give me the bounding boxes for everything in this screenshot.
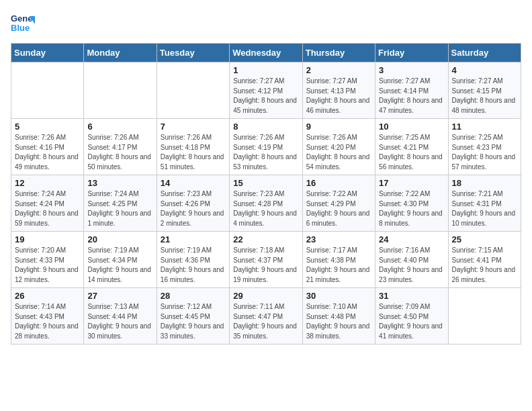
day-info: Sunrise: 7:25 AMSunset: 4:21 PMDaylight:… (379, 133, 444, 172)
calendar-cell (11, 62, 84, 119)
calendar-cell: 16Sunrise: 7:22 AMSunset: 4:29 PMDayligh… (302, 175, 375, 232)
calendar-cell (157, 62, 229, 119)
day-info: Sunrise: 7:26 AMSunset: 4:17 PMDaylight:… (87, 133, 152, 172)
day-number: 17 (379, 178, 444, 188)
calendar-cell: 21Sunrise: 7:19 AMSunset: 4:36 PMDayligh… (157, 232, 229, 288)
calendar-cell: 12Sunrise: 7:24 AMSunset: 4:24 PMDayligh… (11, 175, 84, 232)
day-info: Sunrise: 7:24 AMSunset: 4:24 PMDaylight:… (15, 189, 80, 228)
calendar-cell: 31Sunrise: 7:09 AMSunset: 4:50 PMDayligh… (375, 288, 448, 345)
day-number: 12 (15, 178, 80, 188)
day-number: 10 (379, 122, 444, 132)
day-info: Sunrise: 7:26 AMSunset: 4:19 PMDaylight:… (233, 133, 298, 172)
calendar-week-row: 1Sunrise: 7:27 AMSunset: 4:12 PMDaylight… (11, 62, 521, 119)
calendar-cell: 19Sunrise: 7:20 AMSunset: 4:33 PMDayligh… (11, 232, 84, 288)
day-number: 18 (452, 178, 517, 188)
calendar-cell: 14Sunrise: 7:23 AMSunset: 4:26 PMDayligh… (157, 175, 229, 232)
weekday-header: Saturday (448, 44, 521, 62)
weekday-header: Sunday (11, 44, 84, 62)
logo: General Blue (11, 11, 35, 35)
calendar-table: SundayMondayTuesdayWednesdayThursdayFrid… (11, 43, 521, 345)
day-number: 3 (379, 65, 444, 75)
day-number: 7 (161, 122, 226, 132)
calendar-cell: 6Sunrise: 7:26 AMSunset: 4:17 PMDaylight… (84, 119, 157, 175)
calendar-cell (84, 62, 157, 119)
day-info: Sunrise: 7:24 AMSunset: 4:25 PMDaylight:… (87, 189, 152, 228)
day-info: Sunrise: 7:23 AMSunset: 4:26 PMDaylight:… (161, 189, 226, 228)
day-number: 29 (233, 291, 298, 301)
day-number: 6 (87, 122, 152, 132)
day-info: Sunrise: 7:16 AMSunset: 4:40 PMDaylight:… (379, 246, 444, 285)
day-info: Sunrise: 7:19 AMSunset: 4:36 PMDaylight:… (161, 246, 226, 285)
day-number: 15 (233, 178, 298, 188)
weekday-header: Monday (84, 44, 157, 62)
day-info: Sunrise: 7:26 AMSunset: 4:16 PMDaylight:… (15, 133, 80, 172)
calendar-cell: 7Sunrise: 7:26 AMSunset: 4:18 PMDaylight… (157, 119, 229, 175)
day-info: Sunrise: 7:19 AMSunset: 4:34 PMDaylight:… (87, 246, 152, 285)
calendar-cell: 27Sunrise: 7:13 AMSunset: 4:44 PMDayligh… (84, 288, 157, 345)
day-number: 24 (379, 234, 444, 244)
day-info: Sunrise: 7:14 AMSunset: 4:43 PMDaylight:… (15, 302, 80, 341)
day-info: Sunrise: 7:10 AMSunset: 4:48 PMDaylight:… (306, 302, 371, 341)
day-number: 26 (15, 291, 80, 301)
day-info: Sunrise: 7:11 AMSunset: 4:47 PMDaylight:… (233, 302, 298, 341)
day-number: 5 (15, 122, 80, 132)
day-info: Sunrise: 7:27 AMSunset: 4:15 PMDaylight:… (452, 77, 517, 116)
day-info: Sunrise: 7:09 AMSunset: 4:50 PMDaylight:… (379, 302, 444, 341)
calendar-week-row: 26Sunrise: 7:14 AMSunset: 4:43 PMDayligh… (11, 288, 521, 345)
day-number: 23 (306, 234, 371, 244)
page-header: General Blue (11, 11, 521, 35)
calendar-cell: 13Sunrise: 7:24 AMSunset: 4:25 PMDayligh… (84, 175, 157, 232)
logo-icon: General Blue (11, 11, 35, 35)
calendar-cell (448, 288, 521, 345)
svg-text:Blue: Blue (11, 23, 30, 33)
calendar-cell: 15Sunrise: 7:23 AMSunset: 4:28 PMDayligh… (230, 175, 302, 232)
calendar-cell: 8Sunrise: 7:26 AMSunset: 4:19 PMDaylight… (230, 119, 302, 175)
day-number: 30 (306, 291, 371, 301)
calendar-cell: 4Sunrise: 7:27 AMSunset: 4:15 PMDaylight… (448, 62, 521, 119)
calendar-cell: 9Sunrise: 7:26 AMSunset: 4:20 PMDaylight… (302, 119, 375, 175)
day-number: 1 (233, 65, 298, 75)
weekday-header: Thursday (302, 44, 375, 62)
calendar-week-row: 5Sunrise: 7:26 AMSunset: 4:16 PMDaylight… (11, 119, 521, 175)
day-info: Sunrise: 7:22 AMSunset: 4:29 PMDaylight:… (306, 189, 371, 228)
weekday-header: Friday (375, 44, 448, 62)
day-number: 21 (161, 234, 226, 244)
day-info: Sunrise: 7:25 AMSunset: 4:23 PMDaylight:… (452, 133, 517, 172)
calendar-cell: 2Sunrise: 7:27 AMSunset: 4:13 PMDaylight… (302, 62, 375, 119)
day-info: Sunrise: 7:15 AMSunset: 4:41 PMDaylight:… (452, 246, 517, 285)
day-number: 28 (161, 291, 226, 301)
day-info: Sunrise: 7:18 AMSunset: 4:37 PMDaylight:… (233, 246, 298, 285)
day-number: 27 (87, 291, 152, 301)
day-number: 8 (233, 122, 298, 132)
calendar-cell: 17Sunrise: 7:22 AMSunset: 4:30 PMDayligh… (375, 175, 448, 232)
day-number: 22 (233, 234, 298, 244)
day-info: Sunrise: 7:27 AMSunset: 4:13 PMDaylight:… (306, 77, 371, 116)
calendar-cell: 28Sunrise: 7:12 AMSunset: 4:45 PMDayligh… (157, 288, 229, 345)
weekday-header: Tuesday (157, 44, 229, 62)
calendar-cell: 29Sunrise: 7:11 AMSunset: 4:47 PMDayligh… (230, 288, 302, 345)
calendar-cell: 18Sunrise: 7:21 AMSunset: 4:31 PMDayligh… (448, 175, 521, 232)
day-number: 31 (379, 291, 444, 301)
calendar-week-row: 12Sunrise: 7:24 AMSunset: 4:24 PMDayligh… (11, 175, 521, 232)
day-info: Sunrise: 7:13 AMSunset: 4:44 PMDaylight:… (87, 302, 152, 341)
day-number: 20 (87, 234, 152, 244)
calendar-cell: 5Sunrise: 7:26 AMSunset: 4:16 PMDaylight… (11, 119, 84, 175)
day-number: 11 (452, 122, 517, 132)
day-number: 14 (161, 178, 226, 188)
day-info: Sunrise: 7:20 AMSunset: 4:33 PMDaylight:… (15, 246, 80, 285)
day-number: 9 (306, 122, 371, 132)
day-info: Sunrise: 7:26 AMSunset: 4:18 PMDaylight:… (161, 133, 226, 172)
calendar-cell: 11Sunrise: 7:25 AMSunset: 4:23 PMDayligh… (448, 119, 521, 175)
day-info: Sunrise: 7:23 AMSunset: 4:28 PMDaylight:… (233, 189, 298, 228)
day-info: Sunrise: 7:22 AMSunset: 4:30 PMDaylight:… (379, 189, 444, 228)
weekday-header: Wednesday (230, 44, 302, 62)
day-number: 2 (306, 65, 371, 75)
calendar-cell: 20Sunrise: 7:19 AMSunset: 4:34 PMDayligh… (84, 232, 157, 288)
calendar-cell: 24Sunrise: 7:16 AMSunset: 4:40 PMDayligh… (375, 232, 448, 288)
day-info: Sunrise: 7:17 AMSunset: 4:38 PMDaylight:… (306, 246, 371, 285)
calendar-cell: 26Sunrise: 7:14 AMSunset: 4:43 PMDayligh… (11, 288, 84, 345)
calendar-week-row: 19Sunrise: 7:20 AMSunset: 4:33 PMDayligh… (11, 232, 521, 288)
calendar-cell: 10Sunrise: 7:25 AMSunset: 4:21 PMDayligh… (375, 119, 448, 175)
day-info: Sunrise: 7:27 AMSunset: 4:12 PMDaylight:… (233, 77, 298, 116)
day-number: 4 (452, 65, 517, 75)
